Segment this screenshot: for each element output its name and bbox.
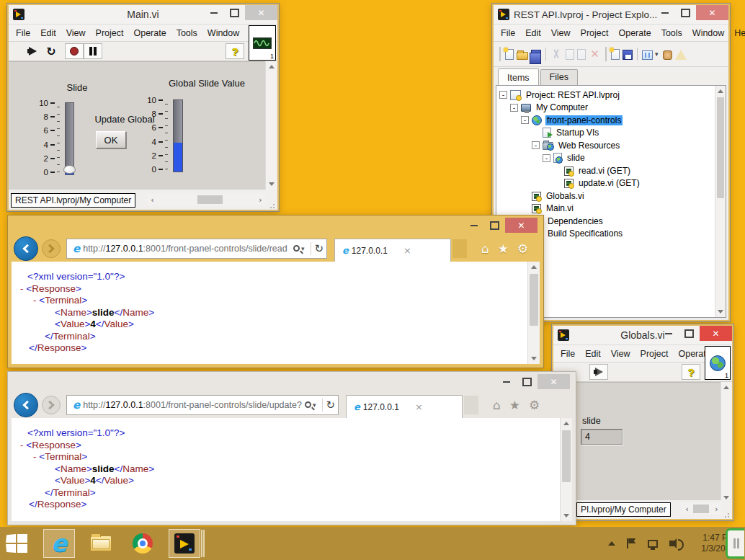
tree-item-label[interactable]: update.vi (GET) — [577, 178, 641, 188]
scroll-thumb[interactable] — [693, 505, 709, 513]
scroll-down-icon[interactable] — [715, 306, 726, 317]
refresh-icon[interactable]: ↻ — [326, 399, 335, 412]
execution-target[interactable]: PI.lvproj/My Computer — [576, 502, 671, 517]
maximize-button[interactable] — [675, 5, 696, 20]
numeric-control[interactable]: 4 — [581, 429, 623, 445]
deploy-icon[interactable] — [663, 50, 672, 60]
minimize-button[interactable] — [658, 326, 679, 341]
tab-close-icon[interactable]: × — [403, 245, 411, 256]
help-button[interactable]: ? — [682, 364, 700, 380]
paste-icon[interactable] — [577, 49, 586, 60]
taskbar-ie-button[interactable]: e — [43, 529, 75, 558]
taskbar-labview-button[interactable] — [169, 529, 200, 558]
close-button[interactable] — [537, 374, 570, 389]
scroll-down-icon[interactable] — [561, 510, 572, 521]
search-icon[interactable] — [293, 245, 300, 252]
panel-vertical-scrollbar[interactable] — [721, 382, 731, 503]
maximize-button[interactable] — [224, 5, 245, 20]
back-button[interactable] — [14, 393, 38, 417]
slider1-handle[interactable] — [63, 165, 76, 174]
refresh-icon[interactable]: ↻ — [314, 242, 324, 255]
page-vertical-scrollbar[interactable] — [560, 418, 572, 521]
edge-widget[interactable] — [726, 528, 744, 559]
open-folder-icon[interactable] — [517, 52, 528, 60]
panel-vertical-scrollbar[interactable] — [265, 61, 277, 190]
help-button[interactable]: ? — [226, 43, 244, 59]
menu-item[interactable]: Project — [96, 28, 124, 38]
tree-item-label[interactable]: Build Specifications — [546, 228, 624, 239]
tree-item-label-selected[interactable]: front-panel-controls — [545, 115, 623, 125]
minimize-button[interactable] — [203, 5, 224, 20]
browser-tab[interactable]: e 127.0.0.1 × — [334, 239, 451, 262]
close-button[interactable] — [696, 5, 728, 20]
maximize-button[interactable] — [484, 218, 505, 233]
tree-item-my-computer[interactable]: - My Computer — [499, 102, 726, 115]
menu-item[interactable]: Window — [208, 28, 239, 38]
tree-item-project[interactable]: - Project: REST API.lvproj — [499, 89, 726, 102]
title-bar[interactable]: Main.vi — [9, 5, 277, 25]
menu-item[interactable]: Operate — [133, 28, 166, 38]
home-icon[interactable]: ⌂ — [493, 398, 501, 412]
new-tab-button[interactable] — [452, 239, 467, 258]
tree-vertical-scrollbar[interactable] — [715, 86, 726, 317]
minimize-button[interactable] — [463, 218, 484, 233]
cut-icon[interactable] — [550, 48, 563, 60]
tree-item-read-vi[interactable]: read.vi (GET) — [499, 164, 726, 177]
menu-item[interactable]: File — [16, 28, 30, 38]
scroll-up-icon[interactable] — [721, 382, 731, 393]
expander-icon[interactable]: - — [543, 154, 550, 162]
dropdown-icon[interactable]: ▾ — [655, 50, 659, 58]
address-bar[interactable]: e http://127.0.0.1:8001/front-panel-cont… — [66, 395, 339, 415]
menu-item[interactable]: Edit — [525, 28, 541, 38]
save-all-icon[interactable] — [531, 50, 541, 60]
menu-item[interactable]: He — [734, 28, 745, 38]
panel-horizontal-scrollbar[interactable]: ‹ › — [682, 503, 722, 515]
network-icon[interactable] — [648, 540, 658, 548]
tree-item-label[interactable]: Dependencies — [546, 216, 605, 226]
scroll-thumb[interactable] — [717, 97, 724, 198]
slider1-track[interactable] — [65, 102, 74, 175]
scroll-thumb[interactable] — [197, 195, 223, 204]
tree-item-web-resources[interactable]: - Web Resources — [499, 139, 726, 152]
panel-horizontal-scrollbar[interactable]: ‹ › — [147, 194, 266, 205]
tab-files[interactable]: Files — [540, 69, 578, 85]
menu-item[interactable]: Tools — [177, 28, 197, 38]
menu-item[interactable]: View — [551, 28, 571, 38]
scroll-down-icon[interactable] — [528, 353, 540, 364]
abort-button[interactable] — [65, 43, 84, 59]
tree-item-label[interactable]: slide — [566, 153, 586, 163]
favorites-icon[interactable]: ★ — [509, 398, 520, 412]
browser-tab[interactable]: e 127.0.0.1 × — [346, 395, 463, 418]
favorites-icon[interactable]: ★ — [498, 241, 509, 256]
menu-item[interactable]: Edit — [40, 28, 56, 38]
tree-item-update-vi[interactable]: update.vi (GET) — [499, 177, 726, 190]
scroll-right-icon[interactable]: › — [711, 503, 722, 515]
scroll-thumb[interactable] — [562, 430, 571, 482]
new-tab-button[interactable] — [464, 396, 478, 414]
scroll-right-icon[interactable]: › — [255, 194, 266, 205]
start-button[interactable] — [0, 527, 33, 560]
maximize-button[interactable] — [517, 374, 537, 389]
volume-icon[interactable] — [669, 541, 674, 546]
scroll-up-icon[interactable] — [561, 418, 572, 429]
search-icon[interactable] — [305, 401, 311, 408]
close-button[interactable] — [700, 326, 732, 341]
back-button[interactable] — [14, 236, 38, 261]
pause-button[interactable] — [84, 43, 102, 59]
tab-close-icon[interactable]: × — [415, 401, 423, 412]
action-center-icon[interactable] — [627, 538, 636, 548]
scroll-up-icon[interactable] — [528, 262, 540, 272]
resolve-conflicts-icon[interactable] — [611, 49, 620, 60]
expander-icon[interactable]: - — [510, 104, 518, 112]
tree-item-front-panel-controls[interactable]: - front-panel-controls — [499, 114, 726, 127]
settings-icon[interactable]: ⚙ — [517, 241, 528, 256]
tree-item-label[interactable]: Main.vi — [545, 203, 575, 213]
tree-item-slide[interactable]: - slide — [499, 152, 726, 165]
scroll-up-icon[interactable] — [715, 86, 726, 97]
menu-item[interactable]: View — [611, 349, 630, 359]
url-text[interactable]: http://127.0.0.1:8001/front-panel-contro… — [83, 244, 290, 254]
tree-item-startup-vis[interactable]: Startup VIs — [499, 127, 726, 140]
tree-item-label[interactable]: read.vi (GET) — [577, 166, 632, 176]
menu-item[interactable]: Tools — [661, 28, 682, 38]
resize-grip[interactable] — [269, 202, 277, 209]
